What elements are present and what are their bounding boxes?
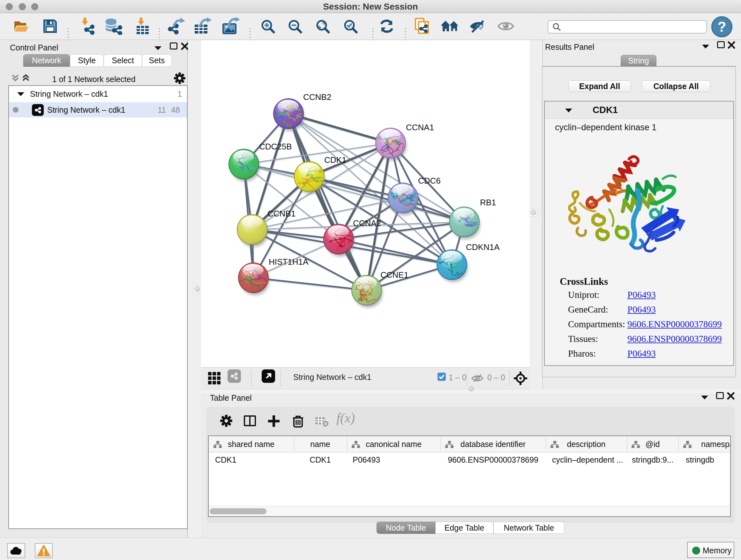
svg-text:CDC6: CDC6 [418,176,441,186]
svg-text:CCNB1: CCNB1 [267,209,295,219]
svg-text:CCNA1: CCNA1 [406,123,434,132]
svg-text:CDK1: CDK1 [324,155,346,165]
svg-text:CCNE1: CCNE1 [381,270,408,280]
svg-text:CDKN1A: CDKN1A [466,242,500,252]
svg-text:HIST1H1A: HIST1H1A [269,257,309,266]
svg-text:CDC25B: CDC25B [259,142,292,151]
svg-text:RB1: RB1 [480,198,496,207]
svg-text:CCNA2: CCNA2 [353,219,381,228]
svg-text:CCNB2: CCNB2 [303,92,331,102]
